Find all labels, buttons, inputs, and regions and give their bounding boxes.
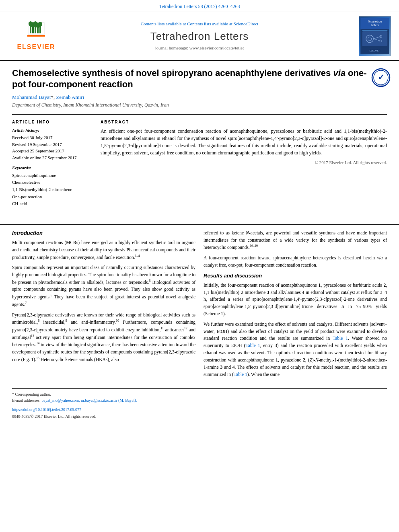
journal-info-center: Contents lists available at Contents lis… bbox=[64, 21, 335, 51]
keywords-label: Keywords: bbox=[12, 165, 93, 171]
email-address[interactable]: bayat_mo@yahoo.com, m.bayat@sci.ikiu.ac.… bbox=[41, 398, 137, 403]
publisher-logo: ELSEVIER bbox=[8, 21, 64, 51]
journal-citation: Tetrahedron Letters 58 (2017) 4260–4263 bbox=[0, 0, 399, 12]
abstract-column: ABSTRACT An efficient one-pot four-compo… bbox=[101, 119, 387, 207]
left-body-column: Introduction Multi-component reactions (… bbox=[12, 230, 195, 382]
keyword-5: CH-acid bbox=[12, 200, 93, 207]
citation-text: Tetrahedron Letters 58 (2017) 4260–4263 bbox=[159, 4, 240, 9]
article-title-section: Chemoselective synthesis of novel spirop… bbox=[12, 68, 387, 90]
svg-point-10 bbox=[38, 22, 42, 27]
copyright-text: © 2017 Elsevier Ltd. All rights reserved… bbox=[101, 160, 387, 166]
article-history: Article history: Received 30 July 2017 R… bbox=[12, 127, 93, 161]
keywords-section: Keywords: Spiroacenaphthoquinone Chemose… bbox=[12, 165, 93, 207]
right-para-1: referred to as ketene N-acetals, are pow… bbox=[204, 230, 387, 251]
corresponding-label: * Corresponding author. bbox=[12, 392, 51, 396]
right-body-column: referred to as ketene N-acetals, are pow… bbox=[204, 230, 387, 382]
page: Tetrahedron Letters 58 (2017) 4260–4263 bbox=[0, 0, 399, 532]
keyword-4: One-pot reaction bbox=[12, 193, 93, 201]
available-online-date: Available online 27 September 2017 bbox=[12, 154, 93, 161]
journal-cover: Tetrahedron Letters ELSEVIER bbox=[335, 16, 391, 56]
keyword-3: 1,1-Bis(methylthio)-2-nitroethene bbox=[12, 186, 93, 193]
introduction-heading: Introduction bbox=[12, 230, 195, 237]
journal-homepage: journal homepage: www.elsevier.com/locat… bbox=[64, 45, 335, 51]
email-note: E-mail addresses: bayat_mo@yahoo.com, m.… bbox=[12, 397, 387, 403]
right-para-2: A four-component reaction toward spiroac… bbox=[204, 255, 387, 269]
sciencedirect-link-text[interactable]: Contents lists available at ScienceDirec… bbox=[187, 21, 258, 26]
elsevier-tree-icon bbox=[24, 21, 48, 43]
intro-para-1: Multi-component reactions (MCRs) have em… bbox=[12, 239, 195, 261]
intro-para-3: Pyrano[2,3-c]pyrazole derivatives are kn… bbox=[12, 312, 195, 364]
table1-link[interactable]: Table 1 bbox=[333, 336, 348, 341]
article-title: Chemoselective synthesis of novel spirop… bbox=[12, 68, 367, 90]
keyword-1: Spiroacenaphthoquinone bbox=[12, 172, 93, 179]
body-columns: Introduction Multi-component reactions (… bbox=[0, 230, 399, 382]
crossmark-icon: ✓ CrossMark bbox=[371, 68, 391, 88]
elsevier-brand-text: ELSEVIER bbox=[17, 43, 55, 51]
footer-divider bbox=[12, 388, 387, 389]
results-heading: Results and discussion bbox=[204, 272, 387, 279]
journal-title: Tetrahedron Letters bbox=[64, 29, 335, 43]
author-name-bayat[interactable]: Mohammad Bayat bbox=[12, 94, 51, 100]
corresponding-author-note: * Corresponding author. bbox=[12, 391, 387, 397]
article-content: Chemoselective synthesis of novel spirop… bbox=[0, 61, 399, 220]
email-label: E-mail addresses: bbox=[12, 398, 41, 403]
authors: Mohammad Bayat*, Zeinab Amiri bbox=[12, 94, 387, 101]
svg-text:CrossMark: CrossMark bbox=[376, 84, 386, 86]
crossmark-badge: ✓ CrossMark bbox=[371, 68, 387, 84]
keyword-2: Chemoselective bbox=[12, 179, 93, 186]
table1-link-3[interactable]: Table 1 bbox=[234, 372, 247, 377]
svg-text:ELSEVIER: ELSEVIER bbox=[370, 49, 380, 51]
sciencedirect-text: Contents lists available at Contents lis… bbox=[64, 21, 335, 27]
intro-para-2: Spiro compounds represent an important c… bbox=[12, 264, 195, 308]
history-label: Article history: bbox=[12, 127, 93, 134]
info-abstract-section: ARTICLE INFO Article history: Received 3… bbox=[12, 114, 387, 207]
article-info-column: ARTICLE INFO Article history: Received 3… bbox=[12, 119, 93, 207]
accepted-date: Accepted 25 September 2017 bbox=[12, 148, 93, 154]
revised-date: Revised 19 September 2017 bbox=[12, 141, 93, 148]
results-para-1: Initially, the four-component reaction o… bbox=[204, 282, 387, 318]
author-name-amiri[interactable]: Zeinab Amiri bbox=[56, 94, 84, 100]
article-info-label: ARTICLE INFO bbox=[12, 119, 93, 125]
affiliation: Department of Chemistry, Imam Khomeini I… bbox=[12, 102, 387, 109]
results-para-2: We further were examined testing the eff… bbox=[204, 321, 387, 378]
doi-link[interactable]: https://doi.org/10.1016/j.tetlet.2017.09… bbox=[12, 407, 81, 412]
cover-image: Tetrahedron Letters ELSEVIER bbox=[359, 18, 391, 54]
journal-header: ELSEVIER Contents lists available at Con… bbox=[0, 12, 399, 61]
received-date: Received 30 July 2017 bbox=[12, 134, 93, 141]
issn-note: 0040-4039/© 2017 Elsevier Ltd. All right… bbox=[12, 413, 387, 419]
svg-text:Tetrahedron: Tetrahedron bbox=[368, 20, 382, 23]
doi-section: https://doi.org/10.1016/j.tetlet.2017.09… bbox=[12, 406, 387, 413]
svg-text:Letters: Letters bbox=[371, 24, 379, 27]
svg-text:✓: ✓ bbox=[378, 73, 385, 82]
abstract-text: An efficient one-pot four-component cond… bbox=[101, 127, 387, 156]
section-divider bbox=[0, 224, 399, 225]
table1-link-2[interactable]: Table 1 bbox=[245, 343, 260, 348]
footer: * Corresponding author. E-mail addresses… bbox=[0, 385, 399, 422]
svg-rect-16 bbox=[362, 30, 387, 31]
svg-rect-11 bbox=[27, 35, 45, 37]
abstract-label: ABSTRACT bbox=[101, 119, 387, 125]
